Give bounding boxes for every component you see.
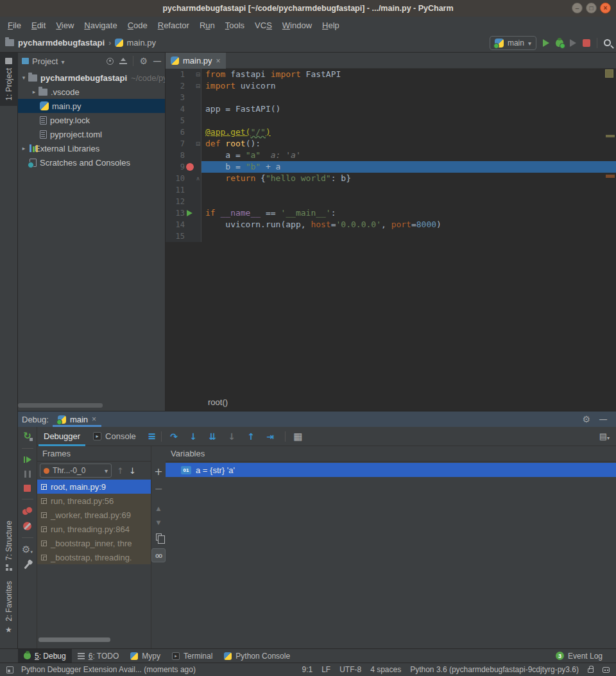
- gutter-icon-slot[interactable]: [185, 126, 195, 138]
- code-text[interactable]: app = FastAPI(): [201, 103, 616, 115]
- view-breakpoints-icon[interactable]: [22, 507, 32, 515]
- gutter-icon-slot[interactable]: [185, 80, 195, 92]
- tree-row[interactable]: ▾ pycharmdebugfastapi ~/code/pycharmdebu…: [18, 71, 165, 85]
- collapse-all-icon[interactable]: [119, 58, 127, 65]
- step-out-icon[interactable]: ↑: [244, 431, 258, 442]
- fold-marker[interactable]: [195, 103, 201, 115]
- locate-file-icon[interactable]: [107, 58, 114, 65]
- line-number[interactable]: 10: [166, 173, 185, 184]
- gutter-icon-slot[interactable]: [185, 138, 195, 150]
- search-icon[interactable]: [604, 39, 611, 46]
- editor-tab-main-py[interactable]: main.py ×: [166, 53, 226, 69]
- code-line[interactable]: 1 from fastapi import FastAPI: [166, 69, 616, 80]
- status-widget[interactable]: UTF-8: [339, 665, 361, 674]
- code-text[interactable]: b = "b" + a: [201, 161, 616, 173]
- gear-icon[interactable]: ⚙: [582, 415, 590, 424]
- line-number[interactable]: 8: [166, 150, 185, 161]
- move-watch-up-icon[interactable]: ▲: [157, 505, 161, 512]
- run-to-cursor-icon[interactable]: ⇥: [263, 431, 277, 442]
- menu-item[interactable]: Window: [277, 21, 317, 30]
- gutter-icon-slot[interactable]: [185, 196, 195, 207]
- code-editor[interactable]: 1 from fastapi import FastAPI 2 import u…: [166, 69, 616, 242]
- code-line[interactable]: 4 app = FastAPI(): [166, 103, 616, 115]
- tree-row[interactable]: pyproject.toml: [18, 127, 165, 141]
- code-text[interactable]: [201, 230, 616, 242]
- step-into-my-code-icon[interactable]: ⇊: [205, 431, 219, 442]
- stop-button[interactable]: [583, 39, 590, 47]
- stack-frame-row[interactable]: _bootstrap, threading.: [37, 550, 151, 564]
- hide-panel-icon[interactable]: —: [599, 415, 607, 424]
- code-line[interactable]: 11: [166, 184, 616, 196]
- gutter-icon-slot[interactable]: [185, 115, 195, 126]
- menu-item[interactable]: Tools: [220, 21, 250, 30]
- code-line[interactable]: 12: [166, 196, 616, 207]
- bottom-tool-tab[interactable]: Python Console: [218, 649, 296, 663]
- code-line[interactable]: 8 a = "a" a: 'a': [166, 150, 616, 161]
- status-widget[interactable]: Python 3.6 (pycharmdebugfastapi-9cdjtyrg…: [410, 665, 579, 674]
- code-text[interactable]: if __name__ == '__main__':: [201, 207, 616, 219]
- line-number[interactable]: 9: [166, 161, 185, 173]
- fold-marker[interactable]: [195, 219, 201, 230]
- breadcrumb-project[interactable]: pycharmdebugfastapi: [18, 38, 115, 48]
- code-line[interactable]: 13 if __name__ == '__main__':: [166, 207, 616, 219]
- rerun-icon[interactable]: ↻: [23, 431, 31, 441]
- line-number[interactable]: 2: [166, 80, 185, 92]
- tree-expand-arrow[interactable]: ▾: [19, 74, 28, 81]
- run-config-dropdown[interactable]: main: [490, 36, 536, 50]
- code-line[interactable]: 2 import uvicorn: [166, 80, 616, 92]
- project-hscrollbar[interactable]: [18, 403, 121, 408]
- event-log-tab[interactable]: 3 Event Log: [550, 649, 608, 663]
- pin-tab-icon[interactable]: [24, 562, 30, 569]
- status-widget[interactable]: 4 spaces: [370, 665, 401, 674]
- code-text[interactable]: import uvicorn: [201, 80, 616, 92]
- debug-settings-icon[interactable]: ⚙: [22, 545, 33, 555]
- code-text[interactable]: @app.get("/"): [201, 126, 616, 138]
- gutter-icon-slot[interactable]: [185, 92, 195, 103]
- code-text[interactable]: a = "a" a: 'a': [201, 150, 616, 161]
- code-line[interactable]: 5: [166, 115, 616, 126]
- close-tab-icon[interactable]: ×: [216, 56, 221, 65]
- fold-marker[interactable]: [195, 150, 201, 161]
- gutter-icon-slot[interactable]: [185, 230, 195, 242]
- tree-row[interactable]: Scratches and Consoles: [18, 155, 165, 169]
- stack-frame-row[interactable]: _bootstrap_inner, thre: [37, 536, 151, 550]
- stack-frame-row[interactable]: _worker, thread.py:69: [37, 508, 151, 522]
- evaluate-expression-icon[interactable]: ▦: [291, 431, 305, 442]
- close-session-icon[interactable]: ×: [92, 415, 96, 424]
- fold-marker[interactable]: [195, 184, 201, 196]
- fold-marker[interactable]: [195, 161, 201, 173]
- debug-button[interactable]: [556, 39, 563, 47]
- tree-expand-arrow[interactable]: ▸: [19, 145, 28, 152]
- stack-frame-row[interactable]: root, main.py:9: [37, 480, 151, 494]
- status-widget[interactable]: LF: [321, 665, 330, 674]
- menu-item[interactable]: Edit: [26, 21, 51, 30]
- code-line[interactable]: 15: [166, 230, 616, 242]
- fold-marker[interactable]: [195, 173, 201, 184]
- bottom-tool-tab[interactable]: Mypy: [124, 649, 166, 663]
- minimize-button[interactable]: –: [572, 3, 583, 13]
- stop-icon[interactable]: [24, 485, 31, 492]
- tree-row[interactable]: poetry.lock: [18, 113, 165, 127]
- line-number[interactable]: 6: [166, 126, 185, 138]
- stack-frame-row[interactable]: run, thread.py:56: [37, 494, 151, 508]
- code-text[interactable]: [201, 184, 616, 196]
- show-watches-icon[interactable]: oo: [151, 548, 166, 562]
- menu-item[interactable]: Navigate: [79, 21, 122, 30]
- tree-row[interactable]: main.py: [18, 99, 165, 113]
- move-watch-down-icon[interactable]: ▼: [157, 519, 161, 526]
- code-text[interactable]: from fastapi import FastAPI: [201, 69, 616, 80]
- fold-marker[interactable]: [195, 126, 201, 138]
- indexing-status-icon[interactable]: [603, 667, 610, 673]
- breakpoint-icon[interactable]: [186, 163, 194, 171]
- code-line[interactable]: 6 @app.get("/"): [166, 126, 616, 138]
- breadcrumb-function[interactable]: root(): [166, 397, 228, 407]
- code-line[interactable]: 10 return {"hello world": b}: [166, 173, 616, 184]
- debug-session-tab[interactable]: main ×: [53, 412, 101, 427]
- run-button[interactable]: [543, 39, 549, 47]
- code-text[interactable]: [201, 92, 616, 103]
- restore-layout-icon[interactable]: ▤: [599, 431, 610, 441]
- code-text[interactable]: [201, 196, 616, 207]
- next-frame-icon[interactable]: ↓: [129, 466, 136, 476]
- fold-marker[interactable]: [195, 115, 201, 126]
- tool-window-toggle-icon[interactable]: [6, 666, 13, 673]
